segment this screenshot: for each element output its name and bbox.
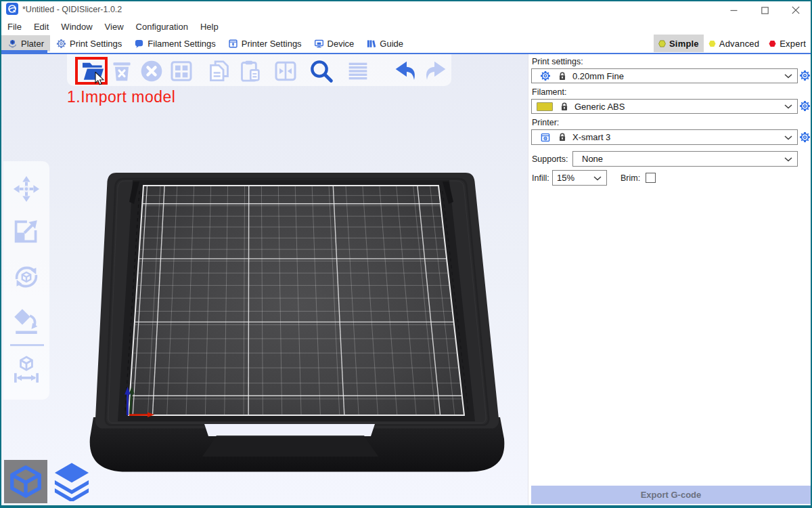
filament-combo[interactable]: Generic ABS bbox=[531, 99, 798, 114]
infill-combo[interactable]: 15% bbox=[552, 170, 607, 186]
print-settings-label: Print settings: bbox=[532, 57, 583, 66]
mode-selector: Simple Advanced Expert bbox=[654, 35, 811, 52]
move-icon bbox=[12, 174, 41, 204]
printer-label: Printer: bbox=[532, 118, 559, 127]
gear-icon bbox=[56, 39, 66, 49]
close-button[interactable] bbox=[784, 1, 807, 19]
mode-simple[interactable]: Simple bbox=[654, 35, 704, 52]
preview-view-button[interactable] bbox=[49, 460, 94, 503]
minimize-button[interactable] bbox=[722, 1, 745, 19]
filament-value: Generic ABS bbox=[574, 102, 625, 112]
chevron-down-icon bbox=[784, 74, 792, 79]
trash-icon bbox=[108, 58, 135, 85]
arrange-icon bbox=[168, 58, 195, 85]
arrange-button[interactable] bbox=[168, 58, 195, 85]
export-gcode-button[interactable]: Export G-code bbox=[531, 486, 811, 504]
tab-filament-settings-label: Filament Settings bbox=[148, 39, 215, 49]
supports-combo[interactable]: None bbox=[572, 151, 798, 167]
brim-checkbox[interactable] bbox=[646, 173, 656, 183]
chevron-down-icon bbox=[784, 104, 792, 109]
menu-file[interactable]: File bbox=[1, 19, 28, 35]
device-icon bbox=[314, 39, 324, 49]
tab-guide[interactable]: Guide bbox=[360, 35, 409, 51]
measure-icon bbox=[12, 354, 41, 384]
tab-print-settings[interactable]: Print Settings bbox=[50, 35, 128, 51]
printer-combo[interactable]: X-smart 3 bbox=[531, 129, 798, 145]
stacked-layers-icon bbox=[52, 462, 91, 501]
window-border-left bbox=[0, 0, 1, 508]
tab-filament-settings[interactable]: Filament Settings bbox=[128, 35, 221, 51]
title-bar: *Untitled - QIDISlicer-1.0.2 bbox=[1, 1, 811, 19]
circle-x-icon bbox=[138, 58, 165, 85]
supports-value: None bbox=[582, 154, 603, 164]
settings-sidebar: Print settings: 0.20mm Fine Filament: Ge… bbox=[528, 54, 811, 505]
infill-label: Infill: bbox=[532, 173, 549, 183]
filament-label: Filament: bbox=[532, 87, 566, 97]
menu-edit[interactable]: Edit bbox=[28, 19, 55, 35]
delete-all-button[interactable] bbox=[138, 58, 165, 85]
split-button[interactable] bbox=[272, 58, 299, 85]
copy-button[interactable] bbox=[206, 58, 233, 85]
window-title: *Untitled - QIDISlicer-1.0.2 bbox=[22, 5, 122, 14]
supports-label: Supports: bbox=[532, 154, 568, 164]
expert-mode-hexagon-icon bbox=[769, 40, 776, 47]
editor-3d-view-button[interactable] bbox=[4, 460, 47, 503]
delete-button[interactable] bbox=[108, 58, 135, 85]
chevron-down-icon bbox=[784, 157, 792, 162]
move-gizmo-button[interactable] bbox=[11, 173, 42, 205]
gear-icon bbox=[540, 70, 551, 81]
menu-help[interactable]: Help bbox=[194, 19, 225, 35]
menu-view[interactable]: View bbox=[99, 19, 130, 35]
scale-gizmo-button[interactable] bbox=[11, 215, 42, 247]
rotate-gizmo-button[interactable] bbox=[11, 261, 42, 293]
filament-color-swatch bbox=[537, 102, 553, 111]
menu-configuration[interactable]: Configuration bbox=[130, 19, 194, 35]
printer-gear-button[interactable] bbox=[799, 131, 811, 143]
mode-simple-label: Simple bbox=[669, 39, 699, 49]
paste-button[interactable] bbox=[237, 58, 264, 85]
menu-window[interactable]: Window bbox=[55, 19, 98, 35]
annotation-import-model: 1.Import model bbox=[67, 88, 175, 106]
cube-icon bbox=[7, 463, 44, 500]
maximize-icon bbox=[761, 7, 769, 14]
gizmo-separator bbox=[10, 344, 44, 346]
minimize-icon bbox=[730, 7, 738, 14]
maximize-button[interactable] bbox=[753, 1, 776, 19]
redo-button[interactable] bbox=[423, 58, 450, 85]
lock-icon bbox=[558, 71, 567, 81]
tab-device[interactable]: Device bbox=[308, 35, 361, 51]
advanced-mode-hexagon-icon bbox=[708, 40, 716, 47]
flatten-icon bbox=[12, 307, 41, 337]
tab-printer-settings[interactable]: Printer Settings bbox=[222, 35, 308, 51]
measure-gizmo-button[interactable] bbox=[11, 354, 42, 385]
tab-printer-settings-label: Printer Settings bbox=[242, 39, 302, 49]
viewport-3d[interactable]: 1.Import model bbox=[1, 54, 528, 505]
mode-advanced-label: Advanced bbox=[719, 39, 759, 49]
split-icon bbox=[272, 58, 299, 85]
mode-expert[interactable]: Expert bbox=[764, 35, 811, 52]
lock-icon bbox=[558, 132, 567, 142]
place-on-face-gizmo-button[interactable] bbox=[11, 306, 42, 337]
build-plate bbox=[83, 163, 516, 481]
simple-mode-hexagon-icon bbox=[658, 40, 666, 47]
filament-gear-button[interactable] bbox=[799, 100, 811, 112]
plate-handle-gap bbox=[204, 424, 375, 436]
search-button[interactable] bbox=[308, 58, 335, 85]
mode-expert-label: Expert bbox=[780, 39, 806, 49]
layers-button[interactable] bbox=[344, 58, 371, 85]
chevron-down-icon bbox=[593, 176, 602, 181]
print-settings-gear-button[interactable] bbox=[799, 70, 811, 81]
layers-list-icon bbox=[344, 58, 371, 85]
print-settings-value: 0.20mm Fine bbox=[572, 71, 624, 81]
printer-icon bbox=[540, 132, 551, 143]
menu-bar: File Edit Window View Configuration Help bbox=[1, 19, 811, 35]
tab-plater[interactable]: Plater bbox=[1, 35, 50, 51]
mode-advanced[interactable]: Advanced bbox=[704, 35, 764, 52]
undo-button[interactable] bbox=[391, 58, 418, 85]
tab-bar-accent-line bbox=[0, 53, 812, 54]
printer-icon bbox=[228, 39, 238, 49]
app-logo-icon bbox=[6, 3, 18, 15]
lock-icon bbox=[560, 102, 569, 112]
tab-plater-label: Plater bbox=[21, 39, 44, 49]
print-settings-combo[interactable]: 0.20mm Fine bbox=[531, 68, 798, 83]
